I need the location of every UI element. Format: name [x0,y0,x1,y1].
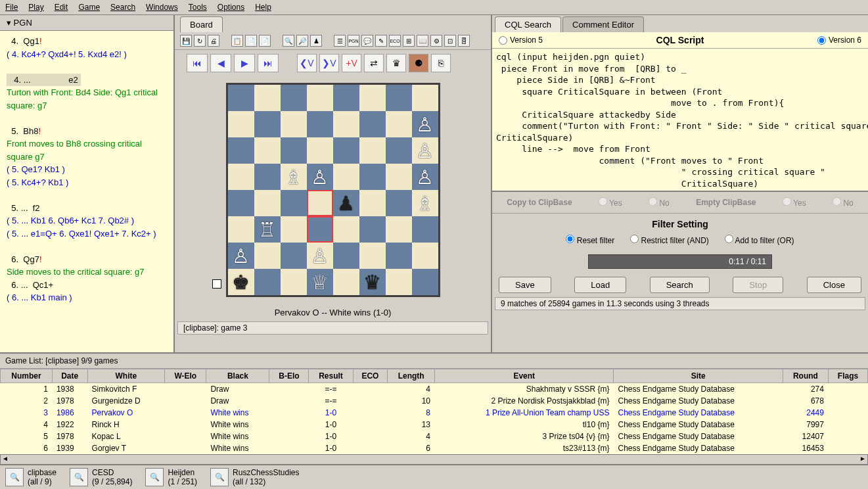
search-button[interactable]: Search [650,277,710,293]
square-f2[interactable] [359,243,386,269]
load-button[interactable]: Load [574,277,626,293]
save-icon[interactable]: 💾 [180,35,192,47]
db-item[interactable]: 🔍clipbase(all / 9) [5,468,57,486]
pgn-line[interactable]: Side moves to the critical square: g7 [7,266,167,279]
table-row[interactable]: 61939Gorgiev TWhite wins1-06ts23#113 {m}… [1,442,868,454]
square-b5[interactable] [254,164,281,190]
menu-help[interactable]: Help [255,3,271,12]
nav-prev-icon[interactable]: ◀ [210,54,231,72]
square-a3[interactable] [228,216,254,243]
engine-icon[interactable]: ⚙ [430,35,442,47]
square-f7[interactable] [359,111,386,137]
square-a8[interactable] [228,85,254,111]
stop-button[interactable]: Stop [733,277,783,293]
square-e7[interactable] [333,111,359,137]
filter-add[interactable]: Add to filter (OR) [725,235,794,245]
pgn-icon[interactable]: PGN [348,35,359,47]
tb-icon[interactable]: ⊡ [444,35,456,47]
square-d1[interactable]: ♕ [307,269,333,295]
square-b6[interactable] [254,137,281,164]
copy-yes[interactable]: Yes [599,197,622,208]
radio-version5[interactable]: Version 5 [499,35,543,45]
square-b3[interactable]: ♖ [254,216,281,243]
comment-icon[interactable]: 💬 [361,35,373,47]
var-add-icon[interactable]: +V [342,54,361,72]
paste-icon[interactable]: 📄 [245,35,257,47]
square-c2[interactable] [281,243,307,269]
menu-game[interactable]: Game [78,3,100,12]
square-d2[interactable]: ♙ [307,243,333,269]
table-row[interactable]: 31986Pervakov OWhite wins1-081 Prize All… [1,407,868,419]
square-g2[interactable] [386,243,412,269]
col-header[interactable]: ECO [353,369,388,383]
pgn-line[interactable]: ( 4. Kc4+? Qxd4+! 5. Kxd4 e2! ) [7,48,167,61]
nav-next-icon[interactable]: ▶ [234,54,255,72]
cql-script[interactable]: cql (input heijden.pgn quiet) piece Fron… [492,49,868,192]
square-a5[interactable] [228,164,254,190]
pgn-tab[interactable]: ▾ PGN [0,15,173,31]
nav-start-icon[interactable]: ⏮ [187,54,208,72]
chessboard[interactable]: ♙♙♗♙♙♟♗♖♙♙♚♕♛ [226,83,440,297]
square-e4[interactable]: ♟ [333,190,359,216]
square-f5[interactable] [359,164,386,190]
tab-board[interactable]: Board [180,16,223,32]
db-item[interactable]: 🔍RuszChessStudies(all / 132) [210,468,299,486]
pgn-line[interactable]: 6. ... Qc1+ [7,279,167,292]
square-f1[interactable]: ♛ [359,269,386,295]
menu-search[interactable]: Search [110,3,135,12]
tab-cql-search[interactable]: CQL Search [495,16,561,32]
annot-icon[interactable]: ✎ [375,35,387,47]
book-icon[interactable]: 📖 [417,35,428,47]
pgn-line[interactable]: Turton with Front: Bd4 Side: Qg1 critica… [7,86,167,112]
tree-icon[interactable]: ♟ [310,35,322,47]
filter-restrict[interactable]: Restrict filter (AND) [630,235,709,245]
square-h1[interactable] [412,269,438,295]
square-a6[interactable] [228,137,254,164]
paste2-icon[interactable]: 📄 [259,35,271,47]
nav-end-icon[interactable]: ⏭ [258,54,279,72]
square-d6[interactable] [307,137,333,164]
square-d7[interactable] [307,111,333,137]
table-row[interactable]: 41922Rinck HWhite wins1-013tl10 {m}Chess… [1,419,868,431]
square-h4[interactable]: ♗ [412,190,438,216]
square-g7[interactable] [386,111,412,137]
square-e5[interactable] [333,164,359,190]
square-b7[interactable] [254,111,281,137]
square-a4[interactable] [228,190,254,216]
square-g6[interactable] [386,137,412,164]
square-h2[interactable] [412,243,438,269]
col-header[interactable]: Round [783,369,828,383]
menu-file[interactable]: File [5,3,18,12]
zoom-icon[interactable]: 🔎 [296,35,308,47]
square-g8[interactable] [386,85,412,111]
table-row[interactable]: 21978Gurgenidze DDraw=-=102 Prize Nordis… [1,395,868,407]
col-header[interactable]: Number [1,369,53,383]
square-g1[interactable] [386,269,412,295]
exchange-icon[interactable]: ⇄ [364,54,384,72]
tab-comment-editor[interactable]: Comment Editor [562,16,644,32]
square-f4[interactable] [359,190,386,216]
filter-reset[interactable]: Reset filter [566,235,614,245]
print-icon[interactable]: 🖨 [208,35,219,47]
square-a2[interactable]: ♙ [228,243,254,269]
square-c1[interactable] [281,269,307,295]
eco-icon[interactable]: ECO [389,35,401,47]
save-button[interactable]: Save [499,277,551,293]
col-header[interactable]: Black [206,369,269,383]
square-e1[interactable] [333,269,359,295]
pgn-line[interactable]: ( 5. Qe1? Kb1 ) [7,163,167,176]
square-c6[interactable] [281,137,307,164]
square-c5[interactable]: ♗ [281,164,307,190]
square-c3[interactable] [281,216,307,243]
square-a1[interactable]: ♚ [228,269,254,295]
square-h6[interactable]: ♙ [412,137,438,164]
reload-icon[interactable]: ↻ [194,35,206,47]
square-h3[interactable] [412,216,438,243]
square-a7[interactable] [228,111,254,137]
square-g4[interactable] [386,190,412,216]
square-e3[interactable] [333,216,359,243]
list-icon[interactable]: ☰ [334,35,346,47]
col-header[interactable]: Result [309,369,353,383]
square-c7[interactable] [281,111,307,137]
setup-icon[interactable]: ♛ [386,54,406,72]
